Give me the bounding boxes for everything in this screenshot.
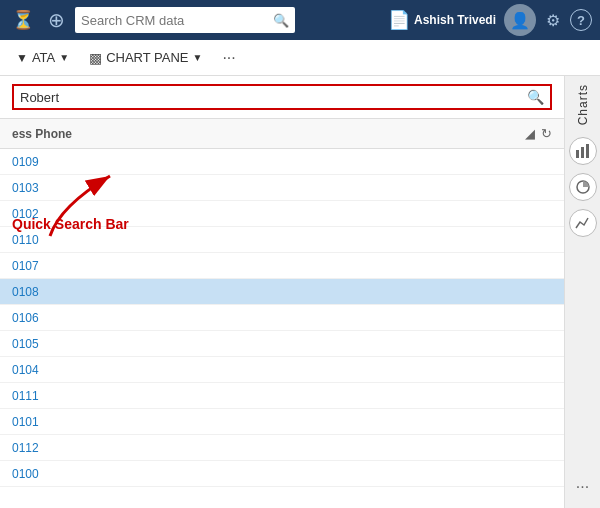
charts-panel: Charts ···	[564, 76, 600, 508]
table-row[interactable]: 0104	[0, 357, 564, 383]
quick-search-container: 🔍	[0, 76, 564, 119]
data-tab-icon: ▼	[16, 51, 28, 65]
user-info: Ashish Trivedi	[414, 13, 496, 27]
chart-pane-caret: ▼	[193, 52, 203, 63]
bar-chart-icon	[575, 143, 591, 159]
data-tab-caret: ▼	[59, 52, 69, 63]
data-panel: 🔍 ess Phone ◢ ↻ 0109 0103 0102 0110 0107…	[0, 76, 564, 508]
main-content-area: 🔍 ess Phone ◢ ↻ 0109 0103 0102 0110 0107…	[0, 76, 600, 508]
nav-icon[interactable]: 📄	[388, 9, 410, 31]
avatar[interactable]: 👤	[504, 4, 536, 36]
quick-search-inner: 🔍	[12, 84, 552, 110]
filter-icon[interactable]: ◢	[525, 126, 535, 141]
charts-panel-label: Charts	[576, 84, 590, 125]
pie-chart-icon	[575, 179, 591, 195]
refresh-icon[interactable]: ↻	[541, 126, 552, 141]
table-row[interactable]: 0101	[0, 409, 564, 435]
global-search-box[interactable]: 🔍	[75, 7, 295, 33]
add-icon[interactable]: ⊕	[44, 4, 69, 36]
table-row[interactable]: 0112	[0, 435, 564, 461]
history-icon[interactable]: ⏳	[8, 5, 38, 35]
column-header-icons: ◢ ↻	[525, 126, 552, 141]
svg-rect-0	[576, 150, 579, 158]
charts-more-button[interactable]: ···	[572, 474, 593, 500]
table-row[interactable]: 0103	[0, 175, 564, 201]
top-navigation-bar: ⏳ ⊕ 🔍 📄 Ashish Trivedi 👤 ⚙ ?	[0, 0, 600, 40]
table-row[interactable]: 0105	[0, 331, 564, 357]
table-row[interactable]: 0107	[0, 253, 564, 279]
quick-search-icon[interactable]: 🔍	[527, 89, 544, 105]
chart-pane-label: CHART PANE	[106, 50, 188, 65]
chart-pane-button[interactable]: ▩ CHART PANE ▼	[81, 46, 210, 70]
table-row-selected[interactable]: 0108	[0, 279, 564, 305]
svg-rect-1	[581, 147, 584, 158]
data-tab-label: ATA	[32, 50, 55, 65]
pie-chart-button[interactable]	[569, 173, 597, 201]
table-row[interactable]: 0111	[0, 383, 564, 409]
gear-icon[interactable]: ⚙	[540, 7, 566, 34]
table-row[interactable]: 0100	[0, 461, 564, 487]
line-chart-button[interactable]	[569, 209, 597, 237]
global-search-input[interactable]	[81, 13, 269, 28]
quick-search-input[interactable]	[20, 90, 527, 105]
top-bar-right-section: 📄 Ashish Trivedi 👤 ⚙ ?	[388, 4, 592, 36]
help-icon[interactable]: ?	[570, 9, 592, 31]
column-header-row: ess Phone ◢ ↻	[0, 119, 564, 149]
table-row[interactable]: 0106	[0, 305, 564, 331]
table-row[interactable]: 0102	[0, 201, 564, 227]
table-row[interactable]: 0109	[0, 149, 564, 175]
data-tab-button[interactable]: ▼ ATA ▼	[8, 46, 77, 69]
table-row[interactable]: 0110	[0, 227, 564, 253]
chart-pane-icon: ▩	[89, 50, 102, 66]
table-rows-container: 0109 0103 0102 0110 0107 0108 0106 0105 …	[0, 149, 564, 508]
user-name: Ashish Trivedi	[414, 13, 496, 27]
global-search-icon: 🔍	[273, 13, 289, 28]
svg-rect-2	[586, 144, 589, 158]
bar-chart-button[interactable]	[569, 137, 597, 165]
line-chart-icon	[575, 215, 591, 231]
sub-toolbar: ▼ ATA ▼ ▩ CHART PANE ▼ ···	[0, 40, 600, 76]
more-options-button[interactable]: ···	[214, 45, 243, 71]
column-header-text: ess Phone	[12, 127, 525, 141]
